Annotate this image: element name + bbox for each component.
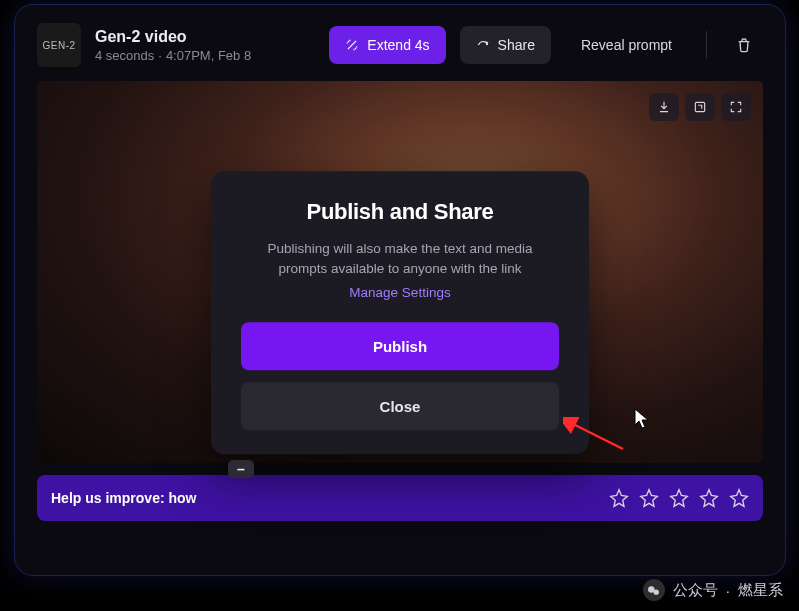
watermark-name: 燃星系 (738, 581, 783, 600)
extend-button[interactable]: Extend 4s (329, 26, 445, 64)
download-button[interactable] (649, 93, 679, 121)
video-tools (649, 93, 751, 121)
watermark-sep: · (726, 582, 730, 599)
feedback-bar: Help us improve: how (37, 475, 763, 521)
share-icon (476, 38, 490, 52)
rating-stars (609, 488, 749, 508)
modal-title: Publish and Share (241, 199, 559, 225)
divider (706, 31, 707, 59)
title-block: Gen-2 video 4 seconds·4:07PM, Feb 8 (95, 28, 315, 63)
delete-button[interactable] (725, 26, 763, 64)
star-1[interactable] (609, 488, 629, 508)
reveal-prompt-button[interactable]: Reveal prompt (565, 26, 688, 64)
video-title: Gen-2 video (95, 28, 315, 46)
upscale-icon (693, 100, 707, 114)
model-badge: GEN-2 (37, 23, 81, 67)
app-frame: GEN-2 Gen-2 video 4 seconds·4:07PM, Feb … (15, 5, 785, 575)
watermark-label: 公众号 (673, 581, 718, 600)
download-icon (657, 100, 671, 114)
publish-button[interactable]: Publish (241, 323, 559, 371)
wand-icon (345, 38, 359, 52)
svg-rect-0 (695, 102, 704, 111)
extend-label: Extend 4s (367, 37, 429, 53)
modal-description: Publishing will also make the text and m… (241, 239, 559, 280)
svg-point-3 (654, 589, 659, 594)
topbar: GEN-2 Gen-2 video 4 seconds·4:07PM, Feb … (15, 5, 785, 81)
manage-settings-link[interactable]: Manage Settings (241, 286, 559, 301)
modal-actions: Publish Close (241, 323, 559, 431)
watermark: 公众号 · 燃星系 (643, 579, 783, 601)
fullscreen-icon (729, 100, 743, 114)
video-meta: 4 seconds·4:07PM, Feb 8 (95, 48, 315, 63)
share-button[interactable]: Share (460, 26, 551, 64)
share-label: Share (498, 37, 535, 53)
wechat-icon (643, 579, 665, 601)
collapse-handle[interactable]: – (228, 460, 254, 478)
star-4[interactable] (699, 488, 719, 508)
modal-desc-line1: Publishing will also make the text and m… (268, 241, 533, 256)
star-5[interactable] (729, 488, 749, 508)
publish-modal: Publish and Share Publishing will also m… (211, 171, 589, 455)
video-duration: 4 seconds (95, 48, 154, 63)
fullscreen-button[interactable] (721, 93, 751, 121)
star-2[interactable] (639, 488, 659, 508)
upscale-button[interactable] (685, 93, 715, 121)
reveal-label: Reveal prompt (581, 37, 672, 53)
video-timestamp: 4:07PM, Feb 8 (166, 48, 251, 63)
modal-desc-line2: prompts available to anyone with the lin… (278, 261, 521, 276)
star-3[interactable] (669, 488, 689, 508)
close-button[interactable]: Close (241, 383, 559, 431)
trash-icon (736, 37, 752, 53)
feedback-text: Help us improve: how (51, 490, 196, 506)
